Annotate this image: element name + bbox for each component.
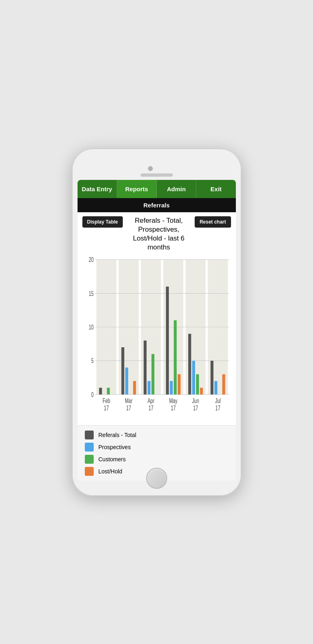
nav-exit[interactable]: Exit bbox=[196, 180, 235, 198]
svg-rect-18 bbox=[121, 347, 124, 395]
svg-text:May: May bbox=[169, 397, 177, 405]
svg-rect-27 bbox=[177, 374, 180, 395]
legend-item: Customers bbox=[85, 455, 229, 464]
reset-chart-button[interactable]: Reset chart bbox=[195, 216, 231, 228]
svg-rect-30 bbox=[196, 374, 199, 395]
svg-text:0: 0 bbox=[91, 391, 93, 398]
legend-swatch bbox=[85, 467, 94, 476]
svg-rect-23 bbox=[151, 354, 154, 395]
legend-swatch bbox=[85, 443, 94, 452]
svg-rect-31 bbox=[200, 388, 203, 395]
svg-rect-17 bbox=[107, 388, 109, 395]
legend-item: Referals - Total bbox=[85, 431, 229, 439]
svg-rect-26 bbox=[174, 320, 176, 394]
svg-text:Feb: Feb bbox=[103, 397, 110, 405]
svg-rect-34 bbox=[222, 374, 225, 395]
svg-rect-24 bbox=[166, 287, 168, 395]
legend-swatch bbox=[85, 455, 94, 464]
chart-svg: 05101520Feb17Mar17Apr17May17Jun17Jul17 bbox=[82, 253, 231, 425]
chart-controls: Display Table Referals - Total, Prospect… bbox=[82, 216, 231, 252]
svg-text:17: 17 bbox=[126, 404, 131, 412]
svg-rect-32 bbox=[210, 361, 213, 394]
nav-bar: Data Entry Reports Admin Exit bbox=[78, 180, 236, 198]
svg-rect-16 bbox=[99, 388, 102, 395]
svg-rect-28 bbox=[188, 334, 191, 395]
svg-text:10: 10 bbox=[88, 323, 93, 331]
legend-label: Customers bbox=[99, 456, 126, 462]
chart-area: Display Table Referals - Total, Prospect… bbox=[78, 212, 236, 425]
svg-rect-33 bbox=[214, 381, 217, 394]
svg-text:Apr: Apr bbox=[147, 397, 154, 405]
phone-home-button[interactable] bbox=[146, 468, 167, 489]
svg-text:Mar: Mar bbox=[125, 397, 132, 405]
chart-title: Referals - Total, Prospectives, Lost/Hol… bbox=[123, 216, 195, 252]
svg-rect-21 bbox=[143, 340, 146, 394]
legend-label: Prospectives bbox=[99, 444, 131, 450]
svg-text:Jun: Jun bbox=[192, 397, 199, 405]
svg-text:15: 15 bbox=[88, 289, 93, 297]
svg-text:17: 17 bbox=[148, 404, 153, 412]
nav-admin[interactable]: Admin bbox=[157, 180, 196, 198]
phone-speaker bbox=[141, 173, 173, 177]
legend-label: Referals - Total bbox=[99, 432, 137, 438]
phone-frame: Data Entry Reports Admin Exit Referrals … bbox=[72, 148, 242, 496]
display-table-button[interactable]: Display Table bbox=[82, 216, 123, 228]
svg-rect-19 bbox=[125, 367, 128, 395]
screen: Data Entry Reports Admin Exit Referrals … bbox=[78, 180, 236, 481]
sub-header: Referrals bbox=[78, 198, 236, 212]
phone-camera bbox=[148, 166, 153, 171]
svg-text:5: 5 bbox=[91, 357, 93, 365]
legend-swatch bbox=[85, 431, 94, 439]
chart-container: 05101520Feb17Mar17Apr17May17Jun17Jul17 bbox=[82, 253, 231, 425]
legend-item: Prospectives bbox=[85, 443, 229, 452]
svg-rect-25 bbox=[170, 381, 172, 394]
svg-text:Jul: Jul bbox=[215, 397, 221, 405]
svg-text:17: 17 bbox=[215, 404, 220, 412]
svg-text:17: 17 bbox=[104, 404, 109, 412]
svg-text:17: 17 bbox=[170, 404, 175, 412]
svg-text:17: 17 bbox=[193, 404, 198, 412]
nav-data-entry[interactable]: Data Entry bbox=[78, 180, 117, 198]
legend-label: Lost/Hold bbox=[99, 468, 122, 475]
nav-reports[interactable]: Reports bbox=[117, 180, 157, 198]
svg-rect-20 bbox=[133, 381, 136, 394]
svg-rect-22 bbox=[147, 381, 150, 394]
svg-text:20: 20 bbox=[88, 256, 93, 264]
svg-rect-29 bbox=[192, 361, 195, 394]
